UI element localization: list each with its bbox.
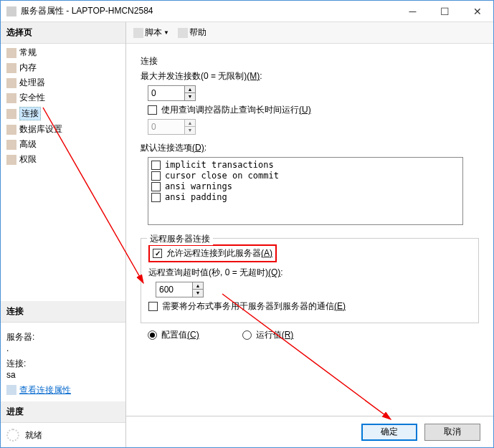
page-icon — [6, 63, 16, 73]
config-value-radio-item[interactable]: 配置值(C) — [148, 329, 199, 341]
cancel-button[interactable]: 取消 — [424, 424, 480, 441]
chevron-down-icon: ▼ — [163, 29, 169, 36]
app-icon — [6, 6, 16, 16]
run-value-radio-item[interactable]: 运行值(R) — [242, 329, 294, 341]
sidebar-item[interactable]: 连接 — [1, 105, 125, 122]
progress-header: 进度 — [1, 401, 125, 423]
view-connection-properties-link[interactable]: 查看连接属性 — [6, 384, 71, 396]
option-label: ansi warnings — [165, 181, 232, 191]
connection-header: 连接 — [1, 301, 125, 323]
default-options-label: 默认连接选项(D): — [141, 142, 206, 154]
spinner-up[interactable]: ▲ — [185, 120, 195, 127]
toolbar: 脚本 ▼ 帮助 — [126, 22, 493, 44]
sidebar-item-label: 安全性 — [19, 92, 45, 103]
option-row[interactable]: ansi padding — [151, 192, 460, 202]
page-icon — [6, 93, 16, 103]
ok-button[interactable]: 确定 — [361, 424, 417, 441]
link-icon — [6, 385, 16, 395]
allow-remote-checkbox[interactable] — [153, 249, 162, 258]
page-icon — [6, 155, 16, 165]
sidebar-item[interactable]: 数据库设置 — [1, 122, 125, 137]
page-icon — [6, 78, 16, 88]
option-row[interactable]: cursor close on commit — [151, 171, 460, 181]
max-connections-spinner[interactable]: ▲▼ — [148, 85, 196, 101]
conn-label: 连接: — [6, 358, 120, 370]
page-icon — [6, 140, 16, 150]
sidebar-item-label: 处理器 — [19, 77, 45, 87]
allow-remote-label: 允许远程连接到此服务器(A) — [166, 247, 272, 259]
governor-spinner[interactable]: ▲▼ — [148, 119, 196, 135]
spinner-down[interactable]: ▼ — [185, 93, 195, 100]
sidebar-item[interactable]: 权限 — [1, 152, 125, 167]
option-checkbox[interactable] — [151, 182, 161, 191]
dist-tx-label: 需要将分布式事务用于服务器到服务器的通信(E) — [162, 300, 346, 313]
script-icon — [133, 28, 143, 38]
sidebar-item-label: 数据库设置 — [19, 124, 62, 134]
option-label: ansi padding — [165, 192, 227, 202]
script-button[interactable]: 脚本 ▼ — [130, 25, 172, 40]
help-button[interactable]: 帮助 — [175, 25, 209, 40]
sidebar-item-label: 内存 — [19, 62, 37, 72]
sidebar: 选择页 常规内存处理器安全性连接数据库设置高级权限 连接 服务器: . 连接: … — [1, 22, 126, 447]
spinner-down[interactable]: ▼ — [193, 290, 203, 297]
title-bar: 服务器属性 - LAPTOP-HMCN2584 ─ ☐ ✕ — [1, 1, 493, 22]
remote-group-legend: 远程服务器连接 — [147, 233, 213, 245]
window-title: 服务器属性 - LAPTOP-HMCN2584 — [21, 5, 396, 17]
sidebar-item[interactable]: 处理器 — [1, 75, 125, 90]
close-button[interactable]: ✕ — [461, 1, 493, 22]
sidebar-item-label: 常规 — [19, 47, 37, 57]
sidebar-item[interactable]: 常规 — [1, 45, 125, 60]
page-icon — [6, 109, 16, 119]
option-label: implicit transactions — [165, 160, 274, 170]
server-label: 服务器: — [6, 331, 120, 343]
default-options-listbox[interactable]: implicit transactionscursor close on com… — [148, 157, 463, 225]
use-governor-checkbox[interactable] — [148, 105, 157, 115]
run-value-label: 运行值(R) — [256, 329, 294, 341]
run-value-radio[interactable] — [242, 330, 252, 340]
page-icon — [6, 125, 16, 135]
spinner-up[interactable]: ▲ — [185, 86, 195, 93]
dist-tx-checkbox[interactable] — [148, 302, 158, 311]
sidebar-item[interactable]: 安全性 — [1, 90, 125, 105]
progress-status: 就绪 — [25, 429, 42, 442]
progress-icon — [6, 429, 19, 442]
sidebar-item-label: 高级 — [19, 139, 37, 149]
use-governor-label: 使用查询调控器防止查询长时间运行(U) — [161, 104, 311, 116]
option-checkbox[interactable] — [151, 161, 161, 170]
option-row[interactable]: ansi warnings — [151, 181, 460, 191]
sidebar-item[interactable]: 内存 — [1, 60, 125, 75]
governor-input[interactable] — [148, 120, 184, 134]
view-connection-properties-label: 查看连接属性 — [19, 384, 71, 396]
option-row[interactable]: implicit transactions — [151, 160, 460, 170]
max-connections-label: 最大并发连接数(0 = 无限制)(M): — [141, 70, 262, 82]
maximize-button[interactable]: ☐ — [429, 1, 461, 22]
sidebar-item[interactable]: 高级 — [1, 137, 125, 152]
help-label: 帮助 — [189, 27, 206, 39]
config-value-label: 配置值(C) — [161, 329, 199, 341]
conn-value: sa — [6, 370, 120, 380]
help-icon — [178, 28, 188, 38]
spinner-down[interactable]: ▼ — [185, 127, 195, 134]
config-value-radio[interactable] — [148, 330, 157, 340]
remote-timeout-label: 远程查询超时值(秒, 0 = 无超时)(Q): — [148, 267, 283, 279]
server-value: . — [6, 343, 120, 353]
sidebar-item-label: 连接 — [22, 108, 39, 118]
remote-timeout-input[interactable] — [156, 282, 192, 297]
page-icon — [6, 48, 16, 58]
select-page-header: 选择页 — [1, 22, 125, 44]
spinner-up[interactable]: ▲ — [193, 282, 203, 290]
remote-timeout-spinner[interactable]: ▲▼ — [156, 282, 204, 297]
script-label: 脚本 — [145, 27, 162, 39]
connections-group-label: 连接 — [141, 55, 479, 67]
max-connections-input[interactable] — [148, 86, 184, 100]
minimize-button[interactable]: ─ — [396, 1, 429, 22]
option-checkbox[interactable] — [151, 171, 161, 181]
option-label: cursor close on commit — [165, 171, 279, 181]
sidebar-item-label: 权限 — [19, 154, 37, 164]
allow-remote-highlight: 允许远程连接到此服务器(A) — [148, 244, 277, 262]
option-checkbox[interactable] — [151, 193, 161, 202]
